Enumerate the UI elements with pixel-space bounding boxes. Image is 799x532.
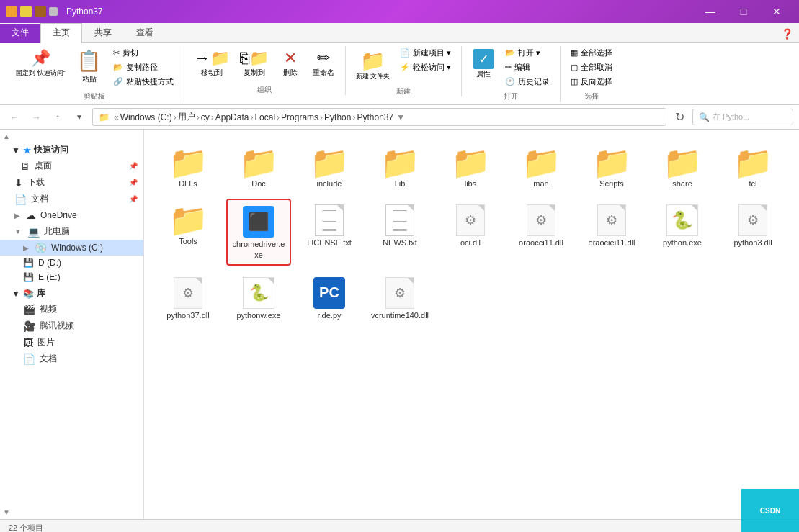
sidebar-item-drive-d[interactable]: 💾 D (D:) (0, 256, 143, 270)
help-button[interactable]: ❓ (775, 25, 799, 42)
sidebar-item-tencent-video[interactable]: 🎥 腾讯视频 (0, 317, 143, 334)
forward-button[interactable]: → (27, 109, 45, 126)
sidebar-item-windows-c[interactable]: ▶ 💿 Windows (C:) (0, 240, 143, 256)
selectall-button[interactable]: ▦ 全部选择 (566, 46, 617, 60)
minimize-button[interactable]: — (694, 0, 727, 23)
file-item[interactable]: 📁tcl (720, 141, 785, 193)
file-item[interactable]: ⚙ oci.dll (438, 199, 503, 266)
tab-file[interactable]: 文件 (0, 24, 40, 43)
open-button[interactable]: 📂 打开 ▾ (501, 46, 554, 60)
windowsc-expand-arrow: ▶ (23, 244, 29, 252)
back-button[interactable]: ← (6, 109, 23, 126)
sidebar-scroll-up[interactable]: ▲ (3, 132, 10, 140)
path-dropdown-arrow[interactable]: ▼ (396, 112, 405, 122)
file-name: python.exe (663, 238, 702, 248)
pasteshortcut-button[interactable]: 🔗 粘贴快捷方式 (109, 75, 178, 89)
invertsel-button[interactable]: ◫ 反向选择 (566, 75, 617, 89)
select-small-buttons: ▦ 全部选择 ▢ 全部取消 ◫ 反向选择 (566, 46, 617, 89)
file-item[interactable]: ⬛ chromedriver.exe (226, 199, 291, 266)
file-item[interactable]: 📁Doc (226, 141, 291, 193)
edit-label: 编辑 (514, 62, 530, 73)
rename-button[interactable]: ✏ 重命名 (308, 46, 339, 81)
sidebar-item-drive-e[interactable]: 💾 E (E:) (0, 270, 143, 284)
maximize-button[interactable]: □ (727, 0, 760, 23)
folder-icon: 📁 (522, 147, 561, 179)
sidebar-item-thispc[interactable]: ▼ 💻 此电脑 (0, 223, 143, 240)
file-item[interactable]: 📁man (509, 141, 573, 193)
pin-quickaccess-button[interactable]: 📌 固定到 快速访问" (12, 46, 70, 80)
history-button[interactable]: 🕐 历史记录 (501, 75, 554, 89)
easyaccess-button[interactable]: ⚡ 轻松访问 ▾ (396, 60, 455, 74)
newfolder-button[interactable]: 📁 新建 文件夹 (352, 46, 395, 84)
easyaccess-icon: ⚡ (400, 63, 410, 72)
libraries-icon: 📚 (23, 289, 34, 299)
moveto-button[interactable]: →📁 移动到 (190, 46, 234, 81)
sidebar-item-documents-lib[interactable]: 📄 文档 (0, 351, 143, 367)
file-item[interactable]: ⚙ python3.dll (720, 199, 785, 266)
dll-icon: ⚙ (174, 277, 202, 309)
file-name: Lib (395, 179, 406, 189)
paste-button[interactable]: 📋 粘贴 (71, 46, 107, 87)
newitem-button[interactable]: 📄 新建项目 ▾ (396, 46, 455, 60)
sidebar-item-documents[interactable]: 📄 文档 📌 (0, 191, 143, 207)
up-button[interactable]: ↑ (49, 109, 66, 126)
history-label: 历史记录 (518, 76, 550, 87)
file-item[interactable]: 🐍 python.exe (650, 199, 715, 266)
sidebar-item-videos[interactable]: 🎬 视频 (0, 301, 143, 317)
copyto-button[interactable]: ⎘📁 复制到 (236, 46, 273, 81)
file-item[interactable]: ⚙ oraocci11.dll (509, 199, 573, 266)
file-item[interactable]: ⚙ vcruntime140.dll (367, 271, 432, 325)
file-item[interactable]: 📁include (297, 141, 362, 193)
path-users: 用户 (178, 111, 195, 123)
tab-share[interactable]: 共享 (82, 23, 124, 43)
close-button[interactable]: ✕ (760, 0, 793, 23)
file-item[interactable]: 📁Tools (156, 199, 220, 266)
sidebar-scroll-down[interactable]: ▼ (3, 508, 10, 516)
file-item[interactable]: ═════════ LICENSE.txt (297, 199, 362, 266)
copypath-button[interactable]: 📂 复制路径 (109, 60, 178, 74)
address-path[interactable]: 📁 « Windows (C:) › 用户 › cy › AppData › L… (92, 108, 666, 126)
cut-button[interactable]: ✂ 剪切 (109, 46, 178, 60)
selectnone-label: 全部取消 (581, 62, 612, 73)
file-item[interactable]: ═════════ NEWS.txt (367, 199, 432, 266)
file-item[interactable]: ⚙ oraociei11.dll (579, 199, 644, 266)
file-grid: 📁DLLs📁Doc📁include📁Lib📁libs📁man📁Scripts📁s… (156, 141, 787, 325)
tab-home[interactable]: 主页 (40, 23, 82, 43)
edit-button[interactable]: ✏ 编辑 (501, 60, 554, 74)
ribbon-group-new: 📁 新建 文件夹 📄 新建项目 ▾ ⚡ 轻松访问 ▾ 新建 (346, 46, 463, 96)
sidebar-item-desktop[interactable]: 🖥 桌面 📌 (0, 158, 143, 174)
onedrive-label: OneDrive (40, 210, 77, 220)
folder-icon: 📁 (451, 147, 491, 179)
pyexe-icon: 🐍 (666, 204, 698, 236)
tab-view[interactable]: 查看 (124, 23, 166, 43)
file-item[interactable]: 🐍 pythonw.exe (226, 271, 291, 325)
delete-button[interactable]: ✕ 删除 (274, 46, 306, 81)
sidebar-item-downloads[interactable]: ⬇ 下载 📌 (0, 174, 143, 191)
refresh-button[interactable]: ↻ (671, 109, 688, 126)
pictures-label: 图片 (37, 336, 55, 348)
file-item[interactable]: ⚙ python37.dll (156, 271, 220, 325)
file-item[interactable]: 📁share (650, 141, 715, 193)
txt-icon: ═════════ (385, 204, 414, 236)
file-item[interactable]: 📁Lib (367, 141, 432, 193)
file-item[interactable]: PC ride.py (297, 271, 362, 325)
open-label: 打开 (504, 89, 518, 102)
file-name: Tools (179, 236, 197, 246)
videos-icon: 🎬 (23, 304, 35, 315)
file-name: python37.dll (166, 310, 209, 320)
sidebar-libraries-label[interactable]: ▼ 📚 库 (0, 284, 143, 301)
address-bar: ← → ↑ ▼ 📁 « Windows (C:) › 用户 › cy › App… (0, 105, 799, 130)
sidebar-item-onedrive[interactable]: ▶ ☁ OneDrive (0, 207, 143, 223)
properties-button[interactable]: ✓ 属性 (468, 46, 499, 82)
file-item[interactable]: 📁Scripts (579, 141, 644, 193)
selectnone-button[interactable]: ▢ 全部取消 (566, 60, 617, 74)
file-item[interactable]: 📁libs (438, 141, 503, 193)
file-item[interactable]: 📁DLLs (156, 141, 220, 193)
recent-locations-button[interactable]: ▼ (71, 109, 88, 126)
search-box[interactable]: 🔍 在 Pytho... (692, 109, 793, 125)
sidebar-quickaccess-label[interactable]: ▼ ★ 快速访问 (0, 141, 143, 158)
sidebar-item-pictures[interactable]: 🖼 图片 (0, 334, 143, 351)
file-name: ride.py (317, 310, 341, 320)
file-area: 📁DLLs📁Doc📁include📁Lib📁libs📁man📁Scripts📁s… (144, 130, 799, 519)
title-bar: Python37 — □ ✕ (0, 0, 799, 23)
